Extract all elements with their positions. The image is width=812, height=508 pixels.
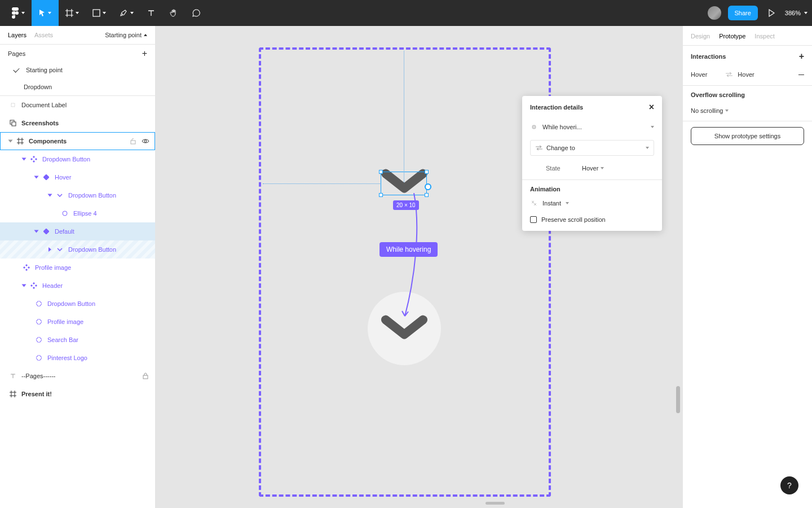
present-button[interactable] [765,0,778,26]
canvas-scrollbar-thumb[interactable] [676,386,680,413]
state-row[interactable]: State Hover [522,160,662,176]
page-selector[interactable]: Starting point [105,32,147,38]
resize-handle[interactable] [379,170,383,174]
swap-icon [535,144,543,152]
layer-header-profile-image[interactable]: Profile image [0,313,155,331]
remove-interaction-button[interactable] [798,75,804,75]
layer-header-dropdown-button[interactable]: Dropdown Button [0,295,155,313]
instance-icon [35,300,43,308]
svg-rect-11 [36,301,42,306]
panel-grab-handle[interactable] [486,502,505,505]
tab-inspect[interactable]: Inspect [754,33,774,40]
trigger-row[interactable]: While hoveri... [522,119,662,135]
disclosure-triangle-icon[interactable] [48,194,52,197]
component-icon [42,173,50,181]
unlock-icon[interactable] [129,137,137,145]
help-button[interactable]: ? [780,476,798,494]
svg-rect-10 [43,229,49,234]
hand-tool-button[interactable] [162,0,185,26]
section-title: Overflow scrolling [691,91,745,98]
layers-tree: Document Label Screenshots Components Dr… [0,95,155,508]
disclosure-triangle-icon[interactable] [8,140,13,143]
animation-row[interactable]: Instant [522,195,662,212]
preserve-scroll-row[interactable]: Preserve scroll position [522,212,662,231]
disclosure-triangle-icon[interactable] [22,158,27,161]
close-button[interactable]: × [649,103,654,112]
shape-tool-button[interactable] [86,0,113,26]
add-page-button[interactable]: + [142,49,147,58]
stack-icon [9,119,17,127]
tab-prototype[interactable]: Prototype [719,33,745,40]
move-tool-button[interactable] [32,0,59,26]
text-tool-button[interactable] [140,0,162,26]
share-button[interactable]: Share [728,6,758,20]
disclosure-triangle-icon[interactable] [34,176,39,179]
play-icon [768,9,775,17]
layer-pages-text[interactable]: --Pages------ [0,367,155,385]
chevron-down-icon [804,12,807,14]
layer-components[interactable]: Components [0,132,155,150]
tab-design[interactable]: Design [691,33,710,40]
layer-header[interactable]: Header [0,277,155,295]
frame-icon [16,137,24,145]
layer-label: --Pages------ [21,373,56,379]
page-name: Dropdown [24,84,52,90]
prototype-flow-label[interactable]: While hovering [379,242,438,257]
disclosure-triangle-icon[interactable] [22,284,27,287]
layer-pinterest-logo[interactable]: Pinterest Logo [0,349,155,367]
layer-dropdown-button-set[interactable]: Dropdown Button [0,150,155,168]
layer-screenshots[interactable]: Screenshots [0,114,155,132]
visibility-icon[interactable] [142,137,149,145]
page-item-dropdown[interactable]: Dropdown [0,78,155,95]
instance-icon [35,318,43,326]
comment-tool-button[interactable] [185,0,208,26]
tab-assets[interactable]: Assets [34,32,53,38]
disclosure-triangle-icon[interactable] [34,230,39,233]
interactions-section-head: Interactions + [683,46,812,67]
figma-menu-button[interactable] [5,0,32,26]
layer-label: Profile image [35,264,71,271]
lock-icon[interactable] [142,372,149,380]
overflow-value: No scrolling [691,107,723,114]
layer-label: Dropdown Button [68,192,116,199]
pen-tool-button[interactable] [113,0,140,26]
state-value: Hover [582,165,598,172]
show-prototype-settings-button[interactable]: Show prototype settings [691,127,804,145]
component-icon [42,227,50,235]
resize-handle[interactable] [425,170,429,174]
layer-label: Screenshots [21,120,59,126]
instance-icon [35,336,43,344]
layer-default-dropdown-button[interactable]: Dropdown Button [0,240,155,259]
layer-document-label[interactable]: Document Label [0,96,155,114]
layer-profile-image[interactable]: Profile image [0,259,155,277]
tab-layers[interactable]: Layers [8,32,27,38]
layer-variant-default[interactable]: Default [0,222,155,240]
preserve-scroll-checkbox[interactable] [530,216,537,223]
layer-search-bar[interactable]: Search Bar [0,331,155,349]
zoom-control[interactable]: 386% [785,10,807,16]
chevron-down-icon [130,12,134,14]
layer-label: Dropdown Button [47,300,95,307]
layer-ellipse-4[interactable]: Ellipse 4 [0,204,155,222]
overflow-value-row[interactable]: No scrolling [683,104,812,117]
layer-label: Present it! [21,391,52,397]
prototype-arrow [381,193,438,323]
page-item-starting-point[interactable]: Starting point [0,62,155,78]
layer-present-it[interactable]: Present it! [0,385,155,403]
figma-logo-icon [11,7,19,19]
interaction-row[interactable]: Hover Hover [683,67,812,82]
layer-label: Dropdown Button [68,246,116,253]
frame-tool-button[interactable] [59,0,86,26]
layer-variant-hover[interactable]: Hover [0,168,155,186]
disclosure-triangle-icon[interactable] [48,247,51,252]
hand-icon [169,8,178,17]
user-avatar[interactable] [708,6,721,20]
chevron-down-icon [48,12,51,14]
right-panel-tabs: Design Prototype Inspect [683,26,812,46]
add-interaction-button[interactable]: + [799,51,804,62]
layer-hover-dropdown-button[interactable]: Dropdown Button [0,186,155,204]
frame-icon [65,9,73,17]
prototype-connection-node[interactable] [425,183,431,190]
action-select[interactable]: Change to [530,140,654,156]
svg-rect-1 [93,10,100,16]
